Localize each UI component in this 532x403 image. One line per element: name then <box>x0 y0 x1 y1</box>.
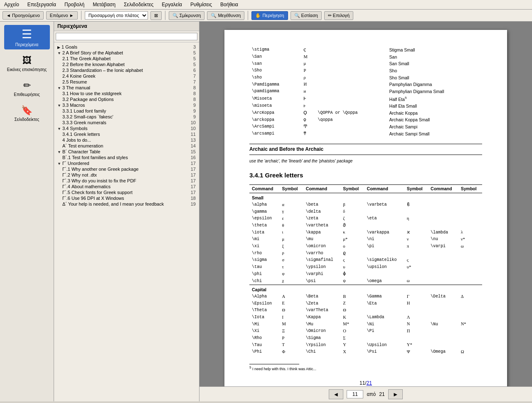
toc-item[interactable]: ▼3.4 Symbols10 <box>54 125 199 131</box>
s2: Σ <box>340 335 364 342</box>
s2: Υ <box>340 342 364 349</box>
c1: \Theta <box>249 307 280 314</box>
toc-item[interactable]: Γ΄.5 Check fonts for Greek support17 <box>54 189 199 195</box>
separator-3 <box>248 11 248 20</box>
s4: ω <box>458 243 482 250</box>
s4 <box>458 342 482 349</box>
page-input[interactable] <box>347 390 363 398</box>
toc-item[interactable]: Γ΄.3 Why do you insist to fix the PDF17 <box>54 178 199 184</box>
toc-item[interactable]: ▼Β΄ Character Table15 <box>54 149 199 155</box>
table-row: \pamdigamma и Pamphylian Digamma Small <box>249 88 482 95</box>
sidebar-item-toc[interactable]: ☰ Περιεχόμενα <box>4 25 50 49</box>
toc-item[interactable]: 4 Jobs to do...13 <box>54 137 199 143</box>
document-scroll[interactable]: \stigma ϛ Stigma Small \San Μ San \san μ… <box>200 22 532 386</box>
zoom-out-label: Σμίκρυνση <box>180 13 201 18</box>
toc-item-label: Γ΄.6 Use 96 DPI at X Windows <box>57 196 187 201</box>
menu-settings[interactable]: Ρυθμίσεις <box>188 1 214 8</box>
forward-button[interactable]: Επόμενο ► <box>46 11 78 20</box>
toc-item[interactable]: 2.4 Koine Greek7 <box>54 73 199 79</box>
toc-item[interactable]: ▼2 A Brief Story of the Alphabet5 <box>54 50 199 56</box>
c1: \Mi <box>249 321 280 328</box>
toc-item[interactable]: Γ΄.1 Why another one Greek package17 <box>54 166 199 172</box>
table-row: \Iota Ι \Kappa Κ \Lambda Λ <box>249 314 482 321</box>
menu-view[interactable]: Προβολή <box>62 1 87 8</box>
toc-item[interactable]: 2.5 Resume7 <box>54 79 199 85</box>
c2: \varphi <box>303 270 340 278</box>
sidebar-item-bookmarks[interactable]: 🔖 Σελιδοδείκτες <box>4 103 50 124</box>
toc-item-label: Γ΄.4 About mathematics <box>57 184 187 189</box>
toc-item-page: 9 <box>187 103 196 108</box>
toc-item[interactable]: 2.3 Standardization – the Ionic alphabet… <box>54 67 199 73</box>
toc-item[interactable]: 3.4.1 Greek letters11 <box>54 131 199 137</box>
toc-item[interactable]: 3.3.1 Load font family9 <box>54 108 199 114</box>
archaic-section: Archaic and Before the Archaic use the '… <box>249 144 482 164</box>
toc-item[interactable]: Α΄ Test enumeration14 <box>54 143 199 149</box>
c4 <box>428 202 458 209</box>
toc-item[interactable]: Γ΄.4 About mathematics17 <box>54 184 199 189</box>
footnote-line <box>249 364 299 364</box>
fit-mode-button[interactable]: ⊠ <box>150 11 162 20</box>
c1: \Iota <box>249 314 280 321</box>
toc-item-page: 15 <box>187 149 196 154</box>
toc-item[interactable]: ▼3 The manual8 <box>54 85 199 91</box>
back-button[interactable]: ◄ Προηγούμενο <box>2 11 44 20</box>
menu-tools[interactable]: Εργαλεία <box>159 1 185 8</box>
s4 <box>458 278 482 285</box>
toc-item[interactable]: Γ΄.2 Why not .dtx17 <box>54 172 199 178</box>
toc-item[interactable]: Β΄.1 Test font families and styles16 <box>54 155 199 160</box>
toc-item[interactable]: Γ΄.6 Use 96 DPI at X Windows18 <box>54 195 199 201</box>
select-button[interactable]: ✏ Επιλογή <box>324 11 353 20</box>
zoom-in-button[interactable]: 🔍 Μεγέθυνση <box>207 11 244 20</box>
toc-item[interactable]: Δ΄ Your help is needed, and I mean your … <box>54 201 199 207</box>
c2: \vartheta <box>303 222 340 229</box>
reviews-icon: ✏ <box>23 80 31 91</box>
toc-item[interactable]: 2.1 The Greek Alphabet5 <box>54 56 199 61</box>
find-button[interactable]: 🔍 Εστίαση <box>291 11 322 20</box>
toc-item[interactable]: 3.2 Package and Options8 <box>54 96 199 102</box>
menu-edit[interactable]: Επεξεργασία <box>25 1 59 8</box>
menu-go[interactable]: Μετάβαση <box>90 1 118 8</box>
forward-label: Επόμενο <box>50 13 68 18</box>
menu-bookmarks[interactable]: Σελιδοδείκτες <box>121 1 156 8</box>
page-current: 11 <box>360 380 365 386</box>
menu-file[interactable]: Αρχείο <box>2 1 22 8</box>
toc-item[interactable]: 3.1 How to use the xstdgreek8 <box>54 91 199 96</box>
s4 <box>458 215 482 222</box>
menu-help[interactable]: Βοήθεια <box>218 1 241 8</box>
toc-item[interactable]: ▼Γ΄ Unordered17 <box>54 160 199 166</box>
toc-item[interactable]: ▶1 Goals3 <box>54 44 199 50</box>
zoom-out-button[interactable]: 🔍 Σμίκρυνση <box>169 11 205 20</box>
next-page-button[interactable]: ► <box>388 389 403 399</box>
c1: \Epsilon <box>249 300 280 307</box>
empty-cell <box>315 130 387 138</box>
c4 <box>428 314 458 321</box>
c4 <box>428 300 458 307</box>
empty-cell <box>315 54 387 61</box>
prev-page-button[interactable]: ◄ <box>329 389 344 399</box>
browse-button[interactable]: ✋ Περιήγηση <box>251 11 288 20</box>
s1: Φ <box>280 349 303 356</box>
sidebar-item-reviews[interactable]: ✏ Επιθεωρήσεις <box>4 78 50 99</box>
toc-search-input[interactable] <box>56 33 197 40</box>
s3 <box>404 222 428 229</box>
cmd-cell: \ArcSampi <box>249 123 301 130</box>
s3 <box>404 307 428 314</box>
page-total[interactable]: 21 <box>367 380 372 386</box>
c3: \ni <box>365 236 404 243</box>
sidebar-item-thumbnails[interactable]: 🖼 Εικόνες επισκόπησης <box>4 53 50 74</box>
toc-expand-icon: ▼ <box>57 86 61 90</box>
toc-item-page: 9 <box>187 108 196 113</box>
s2: Θ <box>340 307 364 314</box>
sym-cell: Ͳ <box>301 123 315 130</box>
toc-item[interactable]: ▼3.3 Macros9 <box>54 102 199 108</box>
c2: \Beta <box>303 293 340 300</box>
c2: \omicron <box>303 243 340 250</box>
cmd-cell: \pamdigamma <box>249 88 301 95</box>
toc-item[interactable]: 2.2 Before the known Alphabet5 <box>54 61 199 67</box>
cmd-cell: \arcsampi <box>249 130 301 138</box>
s1: ι <box>280 229 303 236</box>
toc-item[interactable]: 3.3.3 Greek numerals10 <box>54 120 199 125</box>
toc-item-label: 2.4 Koine Greek <box>57 74 187 79</box>
toc-item[interactable]: 3.3.2 Small-caps `fakesc'9 <box>54 114 199 120</box>
fit-select[interactable]: Προσαρμογή στο πλάτος <box>85 11 148 20</box>
